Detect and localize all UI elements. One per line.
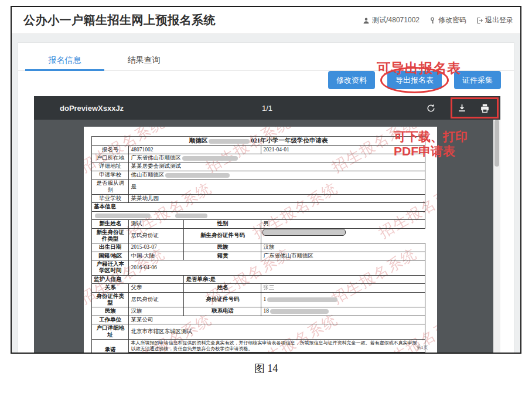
form-cell: 姓名 (184, 284, 261, 292)
form-cell: 2016-04-06 (129, 260, 425, 276)
form-cell: 18 (261, 307, 425, 316)
rotate-icon[interactable] (426, 103, 436, 113)
form-cell: 民族 (92, 307, 129, 316)
user-menu[interactable]: 测试/48071002 (363, 15, 420, 25)
form-row: 国籍/地区中国-大陆籍贯广东省佛山市顺德区 (92, 252, 425, 260)
form-row: 顺德区021年小学一年级学位申请表 (92, 137, 425, 146)
form-cell: 监护人信息 (92, 275, 184, 283)
form-cell: 父亲 (129, 284, 184, 292)
form-row: 身份证件类型居民身份证身份证件号码1 (92, 292, 425, 307)
form-cell: 毕业学校 (92, 194, 129, 202)
form-cell: 测试 (129, 220, 184, 228)
pdf-page-footer: 第1页 (417, 345, 428, 351)
form-cell: 关系 (92, 284, 129, 292)
form-cell: 申请学校 (92, 171, 129, 179)
user-label: 测试/48071002 (372, 15, 420, 25)
form-cell: 48071002 (129, 145, 261, 154)
form-row: 承诺本人所填报的申请信息和提供的资料完全真实有效，并仔细核实申请表各项信息，所填… (92, 339, 425, 352)
form-cell (262, 229, 346, 236)
logout-label: 退出登录 (485, 15, 513, 25)
tab-result-query[interactable]: 结果查询 (104, 50, 183, 71)
form-row: 工作单位某某公司 (92, 316, 425, 324)
form-row: 毕业学校某某幼儿园 (92, 194, 425, 202)
form-cell: 新生姓名 (92, 220, 129, 228)
form-cell: 身份证件号码 (184, 292, 261, 307)
form-cell: 汉族 (261, 243, 425, 252)
form-cell: 详细地址 (92, 162, 129, 171)
form-row: 监护人签名： ，2021年 月 日 (92, 353, 425, 354)
form-cell: 顺德区021年小学一年级学位申请表 (92, 137, 425, 146)
app-title: 公办小一户籍生招生网上预报名系统 (23, 12, 216, 28)
form-cell: 某某公司 (129, 316, 425, 324)
form-row: 详细地址某某居委会测试测试 (92, 162, 425, 171)
form-cell: 监护人签名： ，2021年 月 日 (129, 353, 425, 354)
form-cell: 户口详细地址 (92, 324, 129, 340)
form-cell: 新生身份证件号码 (184, 228, 261, 243)
download-icon[interactable] (457, 103, 467, 113)
form-cell: 本人所填报的申请信息和提供的资料完全真实有效，并仔细核实申请表各项信息，所填报信… (129, 339, 425, 352)
pdf-page: 招生报名系统招生报名系统招生报名系统招生报名系统招生报名系统招生报名系统招生报名… (84, 127, 437, 354)
form-cell: 是否单亲:是 (184, 275, 425, 283)
form-cell: 工作单位 (92, 316, 129, 324)
pdf-scrollbar[interactable] (493, 120, 500, 354)
form-cell: 某某居委会测试测试 (129, 162, 425, 171)
form-cell: 居民身份证 (129, 228, 184, 243)
annotation-download-note: 可下载、打印 PDF申请表 (394, 129, 468, 158)
annotation-download-note-line2: PDF申请表 (394, 144, 468, 158)
form-cell: 联系电话 (184, 307, 261, 316)
application-form-table: 顺德区021年小学一年级学位申请表报名号480710022021-04-01户口… (91, 136, 425, 354)
form-row: 户口所在地广东省佛山市顺德区 (92, 154, 425, 162)
form-row: 关系父亲姓名张三 (92, 284, 425, 292)
form-cell (92, 211, 425, 219)
print-icon[interactable] (480, 103, 490, 113)
form-cell: 广东省佛山市顺德区 (129, 154, 425, 162)
form-row: 基本信息 (92, 203, 425, 211)
logout-link[interactable]: 退出登录 (476, 15, 513, 25)
form-cell: 中国-大陆 (129, 252, 184, 260)
form-cell: 报名号 (92, 145, 129, 154)
form-cell: 出生日期 (92, 243, 129, 252)
form-row: 是否服从调剂是 (92, 179, 425, 195)
form-cell: 是否服从调剂 (92, 179, 129, 195)
form-cell: 居民身份证 (129, 292, 184, 307)
form-cell: 北京市市辖区东城区测试 (129, 324, 425, 340)
form-cell: 身份证件类型 (92, 292, 129, 307)
annotation-download-note-line1: 可下载、打印 (394, 129, 468, 144)
form-cell: 佛山市顺德区 (129, 171, 425, 179)
form-cell: 承诺 (92, 339, 129, 354)
change-password-label: 修改密码 (438, 15, 466, 25)
form-row: 新生身份证件类型居民身份证新生身份证件号码 (92, 228, 425, 243)
document-capture-button[interactable]: 证件采集 (454, 71, 501, 89)
form-cell: 户籍迁入本学区时间 (92, 260, 129, 276)
form-cell: 性别 (184, 220, 261, 228)
form-row: 新生姓名测试性别男 (92, 220, 425, 228)
form-row: 出生日期2015-03-07民族汉族 (92, 243, 425, 252)
form-cell: 基本信息 (92, 203, 425, 211)
pdf-toolbar: doPreviewXsxxJz 1/1 (34, 96, 500, 120)
form-cell: 籍贯 (184, 252, 261, 260)
pdf-scrollbar-thumb[interactable] (495, 120, 499, 167)
form-cell: 是 (129, 179, 425, 195)
key-icon (429, 17, 436, 24)
form-cell: 广东省佛山市顺德区 (261, 252, 425, 260)
form-row: 监护人信息是否单亲:是 (92, 275, 425, 283)
header-user-area: 测试/48071002 修改密码 退出登录 (363, 7, 513, 33)
content-card: 报名信息 结果查询 可导出报名表 修改资料 导出报名表 证件采集 doPrevi… (18, 42, 514, 354)
annotation-export-note: 可导出报名表 (377, 59, 461, 77)
logout-icon (476, 17, 483, 24)
form-cell: 张三 (261, 284, 425, 292)
pdf-toolbar-icons (426, 103, 490, 113)
form-row: 申请学校佛山市顺德区 (92, 171, 425, 179)
form-row: 报名号480710022021-04-01 (92, 145, 425, 154)
form-row: 民族汉族联系电话18 (92, 307, 425, 316)
form-row (92, 211, 425, 219)
edit-info-button[interactable]: 修改资料 (328, 71, 375, 89)
form-cell: 某某幼儿园 (129, 194, 425, 202)
form-cell: 新生身份证件类型 (92, 228, 129, 243)
form-cell: 汉族 (129, 307, 184, 316)
tab-registration-info[interactable]: 报名信息 (25, 50, 104, 71)
screenshot-frame: 公办小一户籍生招生网上预报名系统 测试/48071002 修改密码 退出登录 报… (11, 6, 521, 354)
form-cell: 男 (261, 220, 425, 228)
form-cell: 1 (261, 292, 425, 307)
change-password-link[interactable]: 修改密码 (429, 15, 466, 25)
